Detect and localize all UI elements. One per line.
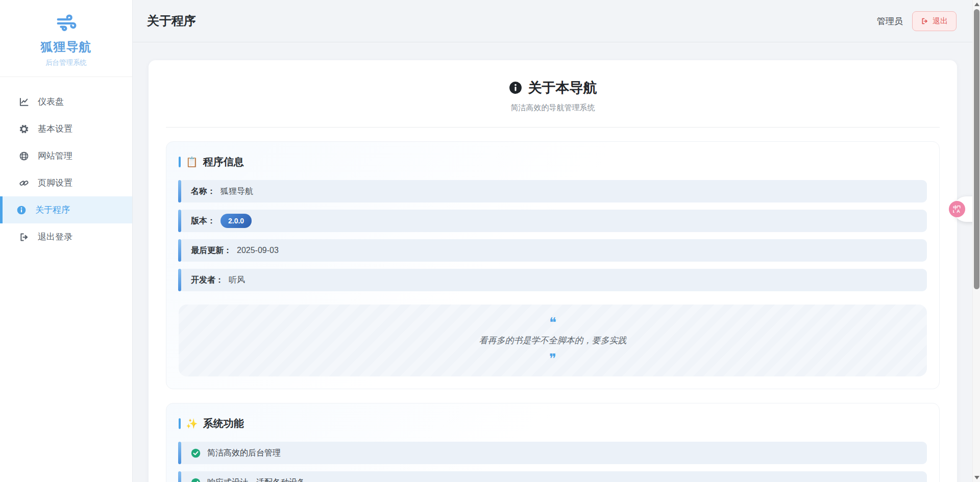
feature-text: 响应式设计，适配各种设备: [207, 477, 305, 482]
row-label: 最后更新：: [191, 245, 232, 256]
logout-button-label: 退出: [933, 16, 948, 26]
section-title-text: 系统功能: [203, 417, 244, 430]
quote-block: ❝ 看再多的书是学不全脚本的，要多实践 ❞: [179, 305, 927, 376]
scrollbar-thumb[interactable]: [974, 9, 979, 289]
sidebar-item-label: 网站管理: [38, 150, 72, 162]
row-value: 2025-09-03: [237, 246, 279, 255]
logout-button[interactable]: 退出: [912, 11, 957, 31]
feature-row: 响应式设计，适配各种设备: [179, 471, 927, 482]
page-header: 关于程序 管理员 退出: [133, 0, 980, 42]
divider: [166, 127, 940, 128]
scrollbar-down-arrow[interactable]: [974, 476, 979, 479]
row-accent-bar: [178, 239, 181, 262]
program-info-section: 📋 程序信息 名称： 狐狸导航 版本： 2.0.0 最后更新： 2025-09-…: [166, 141, 940, 389]
sidebar-item-dashboard[interactable]: 仪表盘: [0, 88, 132, 115]
sidebar-item-logout[interactable]: 退出登录: [0, 223, 132, 250]
sidebar-item-basic-settings[interactable]: 基本设置: [0, 115, 132, 142]
info-row-name: 名称： 狐狸导航: [179, 180, 927, 202]
sidebar-nav: 仪表盘 基本设置 网站管理: [0, 77, 132, 250]
about-title-row: 关于本导航: [509, 79, 597, 97]
check-circle-icon: [191, 448, 201, 458]
current-user-label: 管理员: [877, 15, 903, 27]
sidebar-item-label: 仪表盘: [38, 96, 64, 108]
features-section: ✨ 系统功能 简洁高效的后台管理: [166, 403, 940, 482]
about-card: 关于本导航 简洁高效的导航管理系统 📋 程序信息 名称： 狐狸导航 版本： 2.…: [149, 60, 957, 482]
sign-out-icon: [921, 17, 928, 25]
quote-open-icon: ❝: [194, 316, 912, 329]
info-circle-icon: [509, 81, 522, 94]
translate-icon: 中 A: [952, 204, 962, 214]
info-circle-icon: [16, 205, 27, 216]
sidebar-item-label: 基本设置: [38, 123, 72, 135]
chart-line-icon: [18, 96, 30, 108]
row-accent-bar: [178, 471, 181, 482]
main-content: 关于本导航 简洁高效的导航管理系统 📋 程序信息 名称： 狐狸导航 版本： 2.…: [133, 42, 980, 482]
sidebar: 狐狸导航 后台管理系统 仪表盘 基本设置: [0, 0, 133, 482]
scrollbar-up-arrow[interactable]: [974, 3, 979, 6]
sidebar-item-about[interactable]: 关于程序: [0, 196, 132, 223]
header-right: 管理员 退出: [877, 11, 957, 31]
features-title-row: ✨ 系统功能: [179, 417, 927, 430]
scrollbar: [972, 0, 980, 482]
sidebar-item-website-management[interactable]: 网站管理: [0, 142, 132, 169]
sign-out-icon: [18, 232, 30, 243]
feature-text: 简洁高效的后台管理: [207, 448, 281, 459]
app-subtitle: 后台管理系统: [0, 58, 132, 67]
row-accent-bar: [178, 180, 181, 202]
logo-block: 狐狸导航 后台管理系统: [0, 0, 132, 77]
translate-button[interactable]: 中 A: [949, 201, 965, 217]
link-icon: [18, 177, 30, 189]
row-value: 狐狸导航: [220, 186, 253, 197]
row-accent-bar: [178, 269, 181, 291]
section-title-text: 程序信息: [203, 155, 244, 169]
app-title: 狐狸导航: [0, 39, 132, 55]
clipboard-icon: 📋: [186, 156, 198, 168]
svg-text:A: A: [957, 209, 960, 214]
wind-logo-icon: [55, 10, 78, 36]
version-badge: 2.0.0: [220, 214, 252, 228]
sidebar-item-footer-settings[interactable]: 页脚设置: [0, 169, 132, 196]
gear-icon: [18, 123, 30, 135]
info-row-developer: 开发者： 听风: [179, 269, 927, 291]
globe-icon: [18, 150, 30, 162]
about-subtitle: 简洁高效的导航管理系统: [166, 103, 940, 113]
check-circle-icon: [191, 478, 201, 482]
row-value: 听风: [229, 275, 245, 286]
info-row-last-update: 最后更新： 2025-09-03: [179, 239, 927, 262]
accent-bar: [179, 418, 181, 429]
row-accent-bar: [178, 442, 181, 464]
about-title-text: 关于本导航: [528, 79, 597, 97]
row-label: 名称：: [191, 186, 215, 197]
row-label: 版本：: [191, 216, 215, 226]
accent-bar: [179, 157, 181, 167]
feature-row: 简洁高效的后台管理: [179, 442, 927, 464]
quote-close-icon: ❞: [194, 352, 912, 365]
row-label: 开发者：: [191, 275, 224, 286]
quote-text: 看再多的书是学不全脚本的，要多实践: [194, 335, 912, 346]
program-info-title-row: 📋 程序信息: [179, 155, 927, 169]
sidebar-item-label: 页脚设置: [38, 177, 72, 189]
sparkles-icon: ✨: [186, 418, 198, 429]
row-accent-bar: [178, 210, 181, 232]
sidebar-item-label: 退出登录: [38, 231, 72, 243]
sidebar-item-label: 关于程序: [35, 204, 70, 216]
info-row-version: 版本： 2.0.0: [179, 210, 927, 232]
about-header: 关于本导航 简洁高效的导航管理系统: [166, 79, 940, 128]
page-title: 关于程序: [147, 13, 196, 29]
